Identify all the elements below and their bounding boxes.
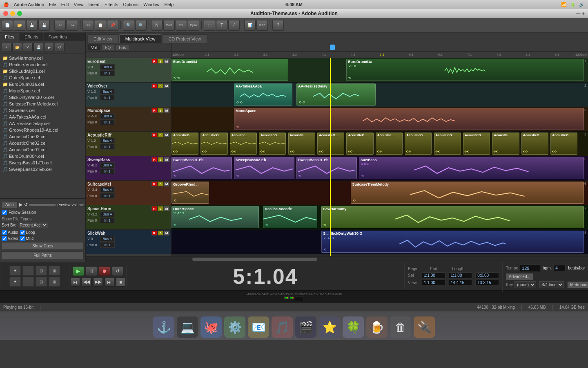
- zoom-fit-v-btn[interactable]: ⊡: [36, 277, 47, 287]
- track-r-mono[interactable]: R: [151, 108, 157, 113]
- zoom-out-h-btn[interactable]: -: [22, 266, 34, 276]
- track-r-voiceover[interactable]: R: [151, 83, 157, 88]
- file-item-sawharmony[interactable]: 📁 SawHarmony.cel: [1, 55, 85, 61]
- track-s-voiceover[interactable]: S: [158, 83, 163, 88]
- save-all-btn[interactable]: 💾: [38, 20, 50, 31]
- ffwd-btn[interactable]: ▶▶: [93, 278, 103, 287]
- track-r-sweep[interactable]: R: [151, 157, 157, 162]
- clip-acoustic-7[interactable]: AcousticO... ⟲⟲: [346, 132, 373, 155]
- track-s-space[interactable]: S: [158, 206, 163, 211]
- zoom-full-h-btn[interactable]: ⊞: [49, 266, 60, 276]
- clip-groove[interactable]: GrooveRhod... ⟲: [172, 182, 209, 204]
- track-r-slick[interactable]: R: [151, 231, 157, 236]
- bpm-btn[interactable]: Bpm: [188, 20, 199, 31]
- stop-btn[interactable]: ■: [116, 278, 126, 287]
- sel-begin-val[interactable]: 1:1.00: [422, 272, 445, 278]
- file-item-outer[interactable]: 🎵 OuterSpace.cel: [1, 74, 85, 81]
- track-s-suit[interactable]: S: [158, 182, 163, 186]
- clip-acoustic-8[interactable]: Acoustic... ⟲⟲: [376, 132, 403, 155]
- menu-audition[interactable]: Adobe Audition: [14, 2, 44, 7]
- track-s-slick[interactable]: S: [158, 231, 163, 236]
- metronome-button[interactable]: Metronome: [567, 281, 588, 288]
- key-select[interactable]: (none) CDE: [514, 281, 536, 288]
- bus-val-2[interactable]: Bus A: [100, 89, 115, 94]
- loop-preview-btn[interactable]: ↺: [24, 202, 28, 207]
- clip-realise-vocode[interactable]: Realise-Vocode ⟲: [263, 206, 317, 228]
- menu-insert[interactable]: Insert: [88, 2, 100, 7]
- play-cel-btn[interactable]: ▶: [44, 43, 54, 52]
- file-item-suitcase[interactable]: 🎵 SuitcaseTremMelody.cel: [1, 101, 85, 107]
- open-file-btn[interactable]: 📂: [14, 20, 25, 31]
- file-item-mono[interactable]: 🎵 MonoSpace.cel: [1, 88, 85, 94]
- zoom-fit-h-btn[interactable]: ⊡: [36, 266, 47, 276]
- paste-btn[interactable]: 📌: [107, 20, 118, 31]
- time-sig-select[interactable]: 4/4 time 3/4 time: [539, 281, 564, 288]
- menu-help[interactable]: Help: [164, 2, 174, 7]
- clip-eurodrum01a[interactable]: EuroDrum01a V 3.6 ⟲: [346, 59, 584, 81]
- file-item-realise[interactable]: 🎵 Realise-Vocode.cel: [1, 61, 85, 68]
- file-item-slickdirty[interactable]: 🎵 SlickDirtyWah30-G.cel: [1, 94, 85, 101]
- pause-button[interactable]: ⏸: [86, 266, 97, 276]
- time2-btn[interactable]: 0:15: [256, 20, 268, 31]
- zoom-full-v-btn[interactable]: ⊞: [49, 277, 60, 287]
- tempo-input[interactable]: [520, 265, 540, 272]
- in-val-1[interactable]: In 1: [100, 70, 115, 76]
- beats-per-bar-input[interactable]: [553, 265, 566, 271]
- bus-val-8[interactable]: Bus A: [100, 236, 115, 242]
- in-val-2[interactable]: In 1: [100, 95, 115, 101]
- clip-outerspace[interactable]: OuterSpace V -15.3 ⟲: [172, 206, 259, 228]
- file-item-acoustic01[interactable]: 🎵 AcousticOne01.cel: [1, 146, 85, 153]
- bus-val-1[interactable]: Bus A: [100, 64, 115, 70]
- in-val-5[interactable]: In 1: [100, 168, 115, 174]
- clip-acoustic-2[interactable]: AcousticO... ⟲⟲: [200, 132, 227, 155]
- track-r-eurobeat[interactable]: R: [151, 59, 157, 64]
- dock-terminal[interactable]: 💻: [177, 316, 198, 338]
- zoom-out-btn[interactable]: 🔍: [135, 20, 147, 31]
- bus-val-7[interactable]: Bus A: [100, 211, 115, 217]
- undo-btn[interactable]: ↩: [54, 20, 66, 31]
- file-item-slick[interactable]: 📁 SlickLudwig01.cel: [1, 68, 85, 74]
- normalize-btn[interactable]: N: [151, 20, 163, 31]
- track-r-space[interactable]: R: [151, 206, 157, 211]
- clip-acoustic-3[interactable]: Acoustic... ⟲⟲: [230, 132, 257, 155]
- tab-favorites[interactable]: Favorites: [44, 33, 72, 41]
- view-end-val[interactable]: 14:4.15: [449, 280, 472, 286]
- minimize-button[interactable]: [10, 11, 15, 16]
- bus-val-4[interactable]: Bus A: [100, 138, 115, 144]
- new-file-btn[interactable]: 📄: [2, 20, 13, 31]
- zoom-out-v-btn[interactable]: -: [22, 277, 34, 287]
- select-btn[interactable]: ⬚: [204, 20, 215, 31]
- clip-sweep2[interactable]: SweepBass02-Eb ⟲: [234, 157, 294, 179]
- show-cues-button[interactable]: Show Cues: [2, 242, 84, 250]
- in-val-6[interactable]: In 1: [100, 193, 115, 199]
- dock-usb[interactable]: 🔌: [414, 316, 435, 338]
- clip-acoustic-11[interactable]: AcousticO... ⟲⟲: [463, 132, 490, 155]
- file-item-euro[interactable]: 📁 EuroDrum01a.cel: [1, 81, 85, 88]
- dock-safari[interactable]: ⚙️: [224, 316, 245, 338]
- copy-btn[interactable]: 📋: [95, 20, 106, 31]
- in-val-7[interactable]: In 1: [100, 218, 115, 223]
- dock-dvd[interactable]: 🍺: [366, 316, 388, 338]
- track-m-mono[interactable]: M: [164, 108, 169, 113]
- file-item-eurodrum[interactable]: 🎵 EuroDrum004.cel: [1, 153, 85, 159]
- dock-itunes[interactable]: 🎵: [272, 316, 293, 338]
- save-cel-btn[interactable]: 💾: [33, 43, 43, 52]
- track-m-voiceover[interactable]: M: [164, 83, 169, 88]
- dock-trash[interactable]: 🗑: [390, 316, 411, 338]
- in-val-8[interactable]: In 1: [100, 242, 115, 248]
- clip-suitcase-melody[interactable]: SuitcaseTremMelody ⟲: [351, 182, 584, 204]
- bus-val-5[interactable]: Bus A: [100, 162, 115, 168]
- clip-acoustic-10[interactable]: AcousticO... ⟲⟲: [434, 132, 461, 155]
- clip-acoustic-5[interactable]: Acoustic... ⟲⟲: [288, 132, 315, 155]
- clip-sweep3[interactable]: SweepBass01-Eb ⟲: [296, 157, 357, 179]
- auto-button[interactable]: Auto: [2, 201, 18, 208]
- refresh-btn[interactable]: ↺: [55, 43, 65, 52]
- record-button[interactable]: ⏺: [99, 266, 110, 276]
- rewind-btn[interactable]: ◀◀: [82, 278, 91, 287]
- clip-acoustic-1[interactable]: AcousticO... ⟲⟲: [172, 132, 198, 155]
- maximize-button[interactable]: [17, 11, 22, 16]
- file-item-aarealize[interactable]: 🎵 AA-RealiseDelay.cel: [1, 120, 85, 127]
- menu-options[interactable]: Options: [123, 2, 138, 7]
- skip-end-btn[interactable]: ⏭: [105, 278, 114, 287]
- zoom-in-btn[interactable]: 🔍: [123, 20, 134, 31]
